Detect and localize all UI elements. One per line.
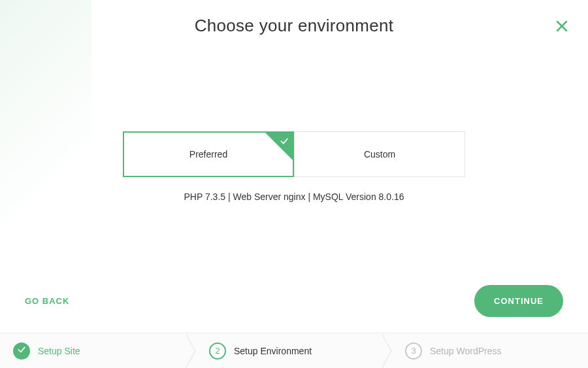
step-1-label: Setup Site [38,346,80,356]
step-3-indicator: 3 [405,343,422,360]
main-content: Preferred Custom PHP 7.3.5 | Web Server … [0,36,588,368]
step-2-number: 2 [215,346,220,356]
page-title: Choose your environment [0,16,588,36]
close-button[interactable] [554,18,570,34]
step-3-label: Setup WordPress [430,346,501,356]
go-back-button[interactable]: GO BACK [25,296,69,306]
check-icon [280,137,289,146]
option-custom-label: Custom [364,149,395,159]
check-icon [17,345,26,356]
step-3-number: 3 [411,346,416,356]
footer-actions: GO BACK CONTINUE [0,285,588,317]
step-2[interactable]: 2 Setup Environment [196,333,392,368]
option-preferred-label: Preferred [189,149,227,159]
step-1-indicator [13,343,30,360]
close-icon [554,25,570,36]
environment-details: PHP 7.3.5 | Web Server nginx | MySQL Ver… [184,192,404,202]
step-3[interactable]: 3 Setup WordPress [392,333,588,368]
environment-options: Preferred Custom [123,131,465,177]
step-1[interactable]: Setup Site [0,333,196,368]
option-preferred[interactable]: Preferred [123,131,294,177]
step-2-label: Setup Environment [234,346,312,356]
continue-button[interactable]: CONTINUE [474,285,563,317]
stepper: Setup Site 2 Setup Environment 3 Setup W… [0,333,588,368]
option-custom[interactable]: Custom [294,131,465,177]
step-2-indicator: 2 [209,343,226,360]
